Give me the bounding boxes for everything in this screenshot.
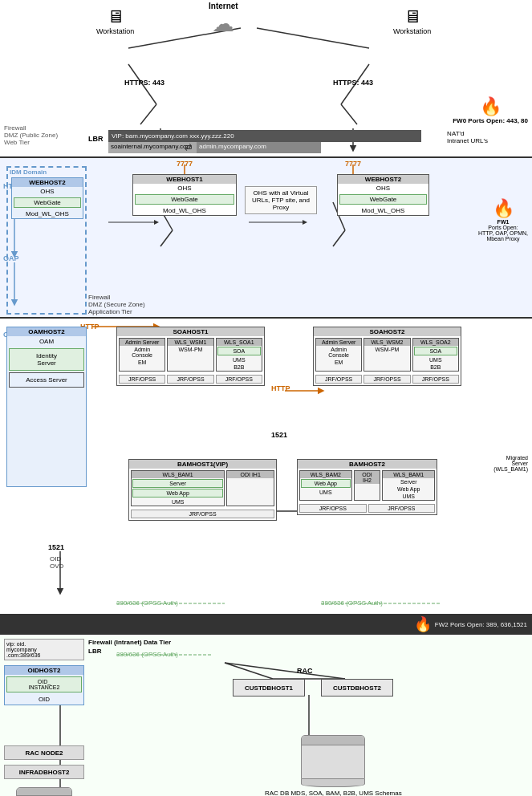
webhost1-title: WEBHOST1: [133, 175, 236, 184]
webhost2-left-webgate: WebGate: [14, 197, 81, 208]
bamhost2-ums2: UMS: [383, 493, 434, 500]
bamhost2-ums: UMS: [300, 489, 351, 496]
custdb1-label: CUSTDBHOST1: [245, 684, 293, 692]
soahost1-soa: SOA: [217, 347, 261, 355]
soahost1-em: EM: [120, 359, 164, 366]
soahost1-jrf2: JRF/OPSS: [167, 375, 213, 384]
fw-dmz-label: Firewall DMZ (Secure Zone) Application T…: [88, 294, 145, 315]
soahost2-jrf3: JRF/OPSS: [412, 375, 459, 384]
data-tier-section: Firewall (Intranet) Data Tier LBR 389/63…: [0, 635, 532, 796]
infradbhost2-box: INFRADBHOST2: [4, 765, 84, 779]
webhost1-mod: Mod_WL_OHS: [133, 206, 236, 215]
soahost2-wls-wsm2: WLS_WSM2: [364, 339, 409, 346]
bamhost1-server: Server: [132, 479, 223, 488]
webhost2-right-mod: Mod_WL_OHS: [338, 206, 428, 215]
port-7777-right: 7777: [345, 160, 361, 168]
bamhost2-webapp: Web App: [301, 479, 351, 488]
oamhost2-title: OAMHOST2: [7, 327, 86, 336]
webhost2-left-title: WEBHOST2: [12, 178, 83, 187]
rac-db-label: RAC DB MDS, SOA, BAM, B2B, UMS Schemas: [265, 790, 402, 796]
soahost1-admin-console: Admin Console: [120, 346, 164, 359]
internet-label: Internet ☁: [209, 2, 238, 37]
natd-label: NAT'd Intranet URL's: [447, 130, 488, 144]
vip-oid-box: vip: oid. mycompany .com:389/636: [4, 639, 84, 660]
dmz-public-section: HTTP OAP IDM Domain WEBHOST2 OHS WebGate…: [0, 156, 532, 317]
soahost2-wsm-pm: WSM-PM: [364, 346, 409, 353]
soahost1-b2b: B2B: [217, 363, 262, 371]
bamhost2-title: BAMHOST2: [298, 460, 437, 469]
soahost2-jrf1: JRF/OPSS: [315, 375, 362, 384]
https-right: HTTPS: 443: [333, 79, 373, 87]
webhost1-box: WEBHOST1 OHS WebGate Mod_WL_OHS: [132, 174, 237, 216]
vip-bar: VIP: bam.mycompany.com xxx.yyy.zzz.220: [108, 130, 421, 142]
app-tier-section: HTTP OAP OAMHOST2 OAM Identity Server Ac…: [0, 317, 532, 614]
fw2-band: 🔥 FW2 Ports Open: 389, 636,1521: [0, 614, 532, 635]
svg-line-5: [341, 104, 357, 124]
oid-ovd-label: OID OVD: [50, 555, 63, 570]
webhost1-ohs: OHS: [133, 184, 236, 193]
webhost2-right-ohs: OHS: [338, 184, 428, 193]
soahost2-admin-server: Admin Server: [316, 339, 361, 346]
rac-label: RAC: [297, 667, 313, 675]
soahost1-wls-soa1: WLS_SOA1: [217, 339, 262, 346]
oamhost2-access: Access Server: [9, 372, 84, 388]
soahost2-em: EM: [316, 359, 361, 366]
bamhost1-title: BAMHOST1(VIP): [129, 460, 276, 469]
oamhost2-oam: OAM: [7, 336, 86, 347]
soahost2-box: SOAHOST2 Admin Server Admin Console EM W…: [313, 327, 461, 386]
soahost2-title: SOAHOST2: [314, 327, 461, 336]
oid-instance2: OID_ INSTANCE2: [6, 676, 82, 692]
custdb2-box: CUSTDBHOST2: [321, 679, 393, 696]
bamhost1-jrf: JRF/OPSS: [131, 510, 274, 518]
soahost1-box: SOAHOST1 Admin Server Admin Console EM W…: [116, 327, 265, 386]
idm-domain-label: IDM Domain: [8, 168, 85, 177]
rac-node2-label: RAC NODE2: [25, 749, 63, 757]
security-db: Security MR RAC Database: [16, 787, 72, 796]
soahost2-b2b: B2B: [413, 363, 458, 371]
soahost1-wls-wsm1: WLS_WSM1: [168, 339, 213, 346]
soahost2-wls-soa2: WLS_SOA2: [413, 339, 458, 346]
oidhost2-oid: OID: [5, 694, 83, 705]
opss-auth-left: 389/636 (OPSS Auth): [116, 599, 178, 607]
port-1521-left: 1521: [48, 543, 64, 551]
infradbhost2-label: INFRADBHOST2: [19, 769, 70, 776]
soahost1-ums: UMS: [217, 356, 262, 363]
bamhost2-server: Server: [383, 478, 434, 485]
bamhost2-webapp2: Web App: [383, 485, 434, 493]
port-1521-mid: 1521: [271, 431, 287, 439]
firewall-zone-label: Firewall DMZ (Public Zone) Web Tier: [4, 124, 58, 146]
bamhost1-webapp: Web App: [132, 489, 223, 497]
bamhost1-ums: UMS: [132, 498, 224, 506]
workstation-left: 🖥 Workstation: [96, 6, 134, 35]
bamhost2-wls-bam2: WLS_BAM2: [300, 471, 351, 478]
soahost1-jrf3: JRF/OPSS: [216, 375, 262, 384]
webhost2-right-title: WEBHOST2: [338, 175, 428, 184]
lbr-label: LBR: [88, 135, 104, 143]
idm-domain-box: IDM Domain WEBHOST2 OHS WebGate Mod_WL_O…: [6, 166, 87, 315]
svg-line-27: [225, 663, 273, 679]
admin-box: admin.mycompany.com: [197, 142, 321, 153]
lbr-data-label: LBR: [88, 648, 101, 655]
bamhost2-wls-bam1: WLS_BAM1: [383, 471, 434, 478]
ohs-description: OHS with all Virtual URLs, FTP site, and…: [245, 186, 317, 214]
svg-line-15: [160, 230, 173, 246]
https-left: HTTPS: 443: [124, 79, 164, 87]
oamhost2-identity: Identity Server: [9, 348, 84, 371]
bamhost2-odi: ODI IH2: [355, 471, 380, 484]
fw2-ports-label: FW2 Ports Open: 389, 636,1521: [435, 621, 527, 628]
port-7777-left: 7777: [177, 160, 193, 168]
oamhost2-box: OAMHOST2 OAM Identity Server Access Serv…: [6, 327, 87, 487]
webhost1-webgate: WebGate: [135, 194, 234, 205]
opss-auth-right: 389/636 (OPSS Auth): [321, 599, 383, 607]
svg-line-1: [257, 28, 369, 48]
soahost1-title: SOAHOST1: [117, 327, 264, 336]
webhost2-right-webgate: WebGate: [339, 194, 427, 205]
bamhost1-box: BAMHOST1(VIP) WLS_BAM1 Server Web App UM…: [128, 459, 277, 521]
soahost1-admin-server: Admin Server: [120, 339, 164, 346]
migrated-label: Migrated Server (WLS_BAM1): [493, 455, 528, 472]
arrow-soainternal: ⇄: [185, 142, 192, 152]
soahost2-ums: UMS: [413, 356, 458, 363]
webhost2-left-box: WEBHOST2 OHS WebGate Mod_WL_OHS: [11, 177, 83, 219]
svg-line-28: [225, 663, 345, 679]
bamhost2-box: BAMHOST2 WLS_BAM2 Web App UMS ODI IH2 WL…: [297, 459, 437, 515]
